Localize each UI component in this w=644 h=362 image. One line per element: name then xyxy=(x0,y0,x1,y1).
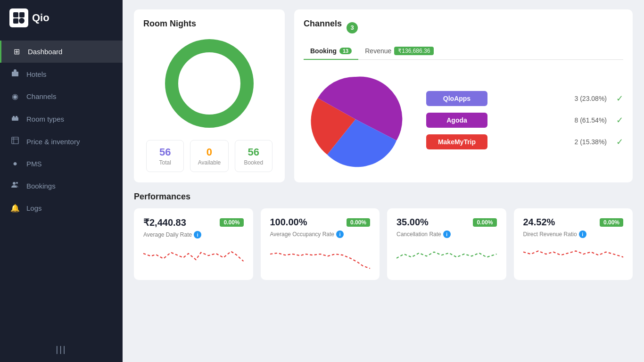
sidebar-item-label: Hotels xyxy=(26,70,47,78)
room-nights-title: Room Nights xyxy=(143,19,275,29)
logo: Qio xyxy=(0,0,123,36)
sidebar-item-label: Bookings xyxy=(26,182,56,190)
svg-point-3 xyxy=(19,18,25,24)
channel-row-agoda: Agoda 8 (61.54%) ✓ xyxy=(426,113,623,128)
agoda-button[interactable]: Agoda xyxy=(426,113,487,128)
logo-text: Qio xyxy=(32,12,50,24)
aor-info-icon[interactable]: i xyxy=(336,230,344,238)
sidebar-item-label: Channels xyxy=(26,92,56,100)
svg-rect-2 xyxy=(13,18,18,24)
sidebar-item-bookings[interactable]: Bookings xyxy=(0,174,123,197)
cr-badge: 0.00% xyxy=(473,218,496,227)
channels-content: QloApps 3 (23.08%) ✓ Agoda 8 (61.54%) ✓ … xyxy=(304,67,623,173)
svg-rect-6 xyxy=(12,117,18,121)
aor-value: 100.00% xyxy=(270,217,307,228)
pms-icon: ● xyxy=(10,159,20,168)
aor-sparkline xyxy=(270,243,371,271)
sidebar-nav: ⊞ Dashboard Hotels ◉ Channels Room types… xyxy=(0,36,123,337)
adr-label: Average Daily Rate i xyxy=(143,231,244,239)
available-value: 0 xyxy=(198,146,221,158)
sidebar-item-logs[interactable]: 🔔 Logs xyxy=(0,197,123,219)
channels-header: Channels 3 xyxy=(304,19,623,36)
svg-rect-5 xyxy=(14,74,16,75)
aor-label: Average Occupancy Rate i xyxy=(270,230,371,238)
svg-rect-0 xyxy=(13,12,18,17)
perf-card-drr: 24.52% 0.00% Direct Revenue Ratio i xyxy=(514,208,633,280)
sidebar-item-room-types[interactable]: Room types xyxy=(0,107,123,130)
sidebar: Qio ⊞ Dashboard Hotels ◉ Channels Room t… xyxy=(0,0,123,362)
drr-info-icon[interactable]: i xyxy=(579,230,586,238)
total-value: 56 xyxy=(154,146,176,158)
logs-icon: 🔔 xyxy=(10,204,20,213)
perf-adr-top: ₹2,440.83 0.00% xyxy=(143,217,244,228)
tab-revenue[interactable]: Revenue ₹136,686.36 xyxy=(358,43,440,60)
svg-rect-1 xyxy=(19,12,25,17)
channels-icon: ◉ xyxy=(10,92,20,101)
performances-row: ₹2,440.83 0.00% Average Daily Rate i 100… xyxy=(134,208,633,280)
stats-row: 56 Total 0 Available 56 Booked xyxy=(143,140,275,172)
svg-point-13 xyxy=(16,182,18,184)
performances-title: Performances xyxy=(134,192,633,202)
channels-pie-chart xyxy=(304,67,417,173)
sidebar-item-price-inventory[interactable]: Price & inventory xyxy=(0,130,123,153)
sidebar-item-hotels[interactable]: Hotels xyxy=(0,63,123,85)
qloapps-pct: 3 (23.08%) xyxy=(493,95,607,102)
aor-badge: 0.00% xyxy=(347,218,370,227)
qloapps-check-icon: ✓ xyxy=(616,93,623,104)
room-types-icon xyxy=(10,114,20,123)
agoda-pct: 8 (61.54%) xyxy=(493,116,607,124)
adr-info-icon[interactable]: i xyxy=(194,231,201,239)
booked-stat: 56 Booked xyxy=(235,140,272,172)
sidebar-item-label: PMS xyxy=(26,160,42,168)
channels-card: Channels 3 Booking 13 Revenue ₹136,686.3… xyxy=(294,9,633,182)
svg-rect-7 xyxy=(13,116,15,118)
makemytrip-button[interactable]: MakeMyTrip xyxy=(426,134,487,149)
tab-booking-label: Booking xyxy=(310,47,337,55)
sidebar-item-channels[interactable]: ◉ Channels xyxy=(0,85,123,107)
channels-tabs: Booking 13 Revenue ₹136,686.36 xyxy=(304,43,623,60)
adr-badge: 0.00% xyxy=(220,218,243,227)
total-label: Total xyxy=(154,159,176,166)
svg-point-15 xyxy=(185,59,234,108)
sidebar-item-pms[interactable]: ● PMS xyxy=(0,153,123,174)
channels-count-badge: 3 xyxy=(347,22,358,33)
collapse-button[interactable]: ||| xyxy=(0,337,123,362)
drr-label: Direct Revenue Ratio i xyxy=(523,230,624,238)
cr-sparkline xyxy=(396,243,497,271)
dashboard-icon: ⊞ xyxy=(12,47,21,56)
makemytrip-pct: 2 (15.38%) xyxy=(493,138,607,146)
perf-card-adr: ₹2,440.83 0.00% Average Daily Rate i xyxy=(134,208,253,280)
qloapps-button[interactable]: QloApps xyxy=(426,91,487,106)
makemytrip-check-icon: ✓ xyxy=(616,137,623,147)
svg-point-12 xyxy=(13,182,16,185)
svg-rect-8 xyxy=(16,116,17,118)
bookings-icon xyxy=(10,181,20,190)
cr-value: 35.00% xyxy=(396,217,429,228)
perf-cr-top: 35.00% 0.00% xyxy=(396,217,497,228)
channel-list: QloApps 3 (23.08%) ✓ Agoda 8 (61.54%) ✓ … xyxy=(426,67,623,173)
booked-value: 56 xyxy=(243,146,264,158)
main-content: Room Nights 56 Total 0 Available 56 xyxy=(123,0,644,362)
perf-aor-top: 100.00% 0.00% xyxy=(270,217,371,228)
tab-revenue-label: Revenue xyxy=(365,47,391,55)
adr-sparkline xyxy=(143,243,244,272)
revenue-badge: ₹136,686.36 xyxy=(394,47,434,55)
svg-rect-9 xyxy=(12,137,18,144)
sidebar-item-label: Dashboard xyxy=(28,48,62,56)
sidebar-item-label: Price & inventory xyxy=(26,138,80,146)
cr-info-icon[interactable]: i xyxy=(443,230,451,238)
sidebar-item-label: Room types xyxy=(26,115,64,123)
available-stat: 0 Available xyxy=(190,140,229,172)
tab-booking[interactable]: Booking 13 xyxy=(304,43,358,60)
channels-title: Channels xyxy=(304,19,342,29)
available-label: Available xyxy=(198,159,221,166)
sidebar-item-dashboard[interactable]: ⊞ Dashboard xyxy=(0,41,123,63)
drr-sparkline xyxy=(523,243,624,271)
channel-row-makemytrip: MakeMyTrip 2 (15.38%) ✓ xyxy=(426,134,623,149)
top-row: Room Nights 56 Total 0 Available 56 xyxy=(134,9,633,182)
performances-section: Performances ₹2,440.83 0.00% Average Dai… xyxy=(134,192,633,280)
perf-drr-top: 24.52% 0.00% xyxy=(523,217,624,228)
price-inventory-icon xyxy=(10,137,20,146)
agoda-check-icon: ✓ xyxy=(616,115,623,125)
room-nights-card: Room Nights 56 Total 0 Available 56 xyxy=(134,9,285,182)
